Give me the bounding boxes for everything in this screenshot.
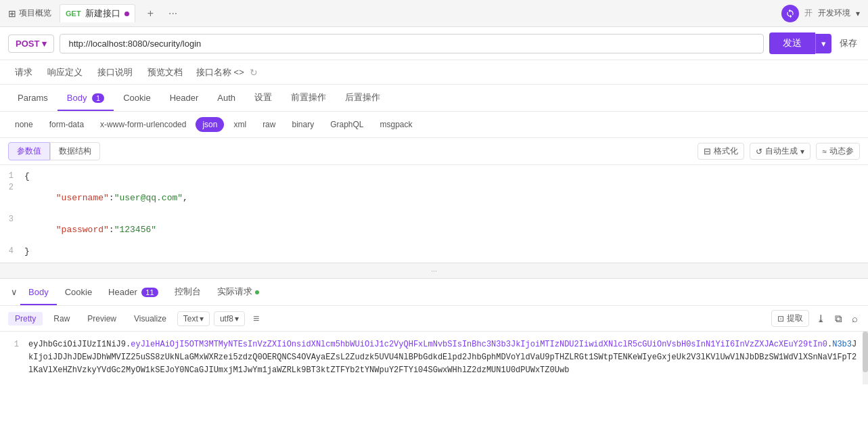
sub-tab-structure[interactable]: 数据结构 [50, 142, 100, 160]
dynamic-icon: ≈ [822, 147, 827, 156]
save-button[interactable]: 保存 [837, 33, 860, 53]
tab-request[interactable]: 请求 [8, 62, 39, 83]
auto-gen-icon: ↺ [756, 147, 762, 156]
auto-generate-button[interactable]: ↺ 自动生成 ▾ [750, 143, 810, 160]
panel-divider[interactable]: ··· [0, 263, 868, 279]
body-type-form-data[interactable]: form-data [43, 117, 91, 132]
response-tabs: ∨ Body Cookie Header 11 控制台 实际请求 [0, 279, 868, 306]
fmt-preview[interactable]: Preview [81, 312, 123, 326]
fmt-pretty[interactable]: Pretty [8, 312, 43, 326]
line-content-1: { [24, 171, 868, 181]
sub-tab-params[interactable]: 参数值 [8, 142, 50, 160]
download-button[interactable]: ⤓ [815, 311, 827, 327]
body-type-json[interactable]: json [196, 117, 224, 132]
search-icon: ⌕ [852, 313, 858, 324]
body-type-msgpack[interactable]: msgpack [373, 117, 419, 132]
line-number-4: 4 [0, 246, 24, 256]
refresh-icon[interactable]: ↻ [250, 67, 258, 78]
resp-tab-console[interactable]: 控制台 [166, 279, 209, 306]
scrollbar-thumb[interactable] [863, 332, 868, 372]
line-number-2: 2 [0, 183, 24, 192]
method-select[interactable]: POST ▾ [8, 35, 54, 53]
format-button[interactable]: ⊟ 格式化 [698, 143, 744, 160]
code-line-2: 2 "username":"user@qq.com", [0, 182, 868, 214]
json-val-password: "123456" [114, 225, 156, 235]
tab-preview[interactable]: 预览文档 [141, 62, 189, 83]
line-number-3: 3 [0, 215, 24, 224]
url-bar: POST ▾ 发送 ▾ 保存 [0, 27, 868, 60]
wrap-icon[interactable]: ≡ [249, 311, 263, 326]
sync-icon-circle [781, 5, 799, 22]
tab-name: 新建接口 [85, 7, 120, 20]
resp-tab-body[interactable]: Body [20, 280, 57, 305]
url-input[interactable] [60, 34, 764, 53]
body-badge: 1 [92, 93, 104, 103]
env-chevron-icon[interactable]: ▾ [856, 9, 860, 18]
tab-method-badge: GET [66, 9, 81, 18]
response-format-bar: Pretty Raw Preview Visualize Text ▾ utf8… [0, 306, 868, 332]
tab-cookie[interactable]: Cookie [114, 86, 160, 111]
tab-header[interactable]: Header [160, 86, 208, 111]
body-type-none[interactable]: none [8, 117, 40, 132]
project-overview[interactable]: ⊞ 项目概览 [8, 7, 51, 19]
format-icon: ⊟ [704, 146, 711, 156]
dynamic-button[interactable]: ≈ 动态参 [816, 143, 860, 160]
resp-tab-cookie[interactable]: Cookie [57, 280, 100, 305]
search-response-button[interactable]: ⌕ [850, 311, 860, 326]
fmt-raw[interactable]: Raw [47, 312, 76, 326]
tab-pre-action[interactable]: 前置操作 [281, 85, 336, 112]
code-line-3: 3 "password":"123456" [0, 214, 868, 246]
tab-unsaved-dot [124, 12, 129, 16]
new-tab-button[interactable]: + [143, 6, 158, 21]
dynamic-label: 动态参 [829, 146, 854, 157]
text-format-dropdown[interactable]: Text ▾ [177, 311, 210, 326]
send-dropdown-button[interactable]: ▾ [815, 34, 831, 53]
tab-settings[interactable]: 设置 [245, 85, 281, 112]
tab-api-docs[interactable]: 接口说明 [91, 62, 139, 83]
method-label: POST [16, 39, 39, 49]
body-type-xml[interactable]: xml [227, 117, 253, 132]
code-editor[interactable]: 1 { 2 "username":"user@qq.com", 3 "passw… [0, 165, 868, 263]
body-type-urlencoded[interactable]: x-www-form-urlencoded [93, 117, 193, 132]
env-label: 开发环境 [818, 7, 850, 19]
tab-auth[interactable]: Auth [208, 86, 245, 111]
json-val-username: "user@qq.com" [114, 193, 183, 203]
project-overview-label: 项目概览 [19, 7, 51, 19]
auto-gen-chevron-icon: ▾ [800, 147, 804, 156]
main-tabs: Params Body 1 Cookie Header Auth 设置 前置操作… [0, 85, 868, 112]
fmt-visualize[interactable]: Visualize [127, 312, 173, 326]
resp-tab-header[interactable]: Header 11 [100, 280, 166, 305]
tab-response-definition[interactable]: 响应定义 [41, 62, 89, 83]
response-section: ∨ Body Cookie Header 11 控制台 实际请求 Pretty … [0, 279, 868, 384]
tab-params[interactable]: Params [8, 86, 58, 111]
comma-1: , [183, 193, 188, 203]
line-content-4: } [24, 246, 868, 256]
send-button[interactable]: 发送 [769, 32, 815, 54]
body-type-bar: none form-data x-www-form-urlencoded jso… [0, 112, 868, 138]
secondary-tabs: 请求 响应定义 接口说明 预览文档 接口名称 <> ↻ [0, 60, 868, 85]
scrollbar-track[interactable] [863, 332, 868, 384]
body-type-raw[interactable]: raw [256, 117, 282, 132]
sub-tabs-right: ⊟ 格式化 ↺ 自动生成 ▾ ≈ 动态参 [698, 143, 860, 160]
divider-dots: ··· [431, 267, 437, 275]
body-type-binary[interactable]: binary [285, 117, 321, 132]
tab-body[interactable]: Body 1 [58, 86, 114, 111]
copy-response-button[interactable]: ⧉ [833, 311, 844, 327]
encoding-dropdown[interactable]: utf8 ▾ [214, 311, 245, 326]
tab-post-action[interactable]: 后置操作 [336, 85, 390, 112]
actual-request-dot [255, 290, 259, 294]
body-type-graphql[interactable]: GraphQL [323, 117, 370, 132]
sub-tabs-left: 参数值 数据结构 [8, 142, 100, 160]
top-bar-right: 开 开发环境 ▾ [781, 5, 860, 22]
api-name-label: 接口名称 <> [196, 66, 244, 79]
token-part3-n3b3: N3b3 [832, 340, 852, 349]
code-line-4: 4 } [0, 246, 868, 257]
resp-line-1: 1 eyJhbGciOiJIUzI1NiJ9.eyJleHAiOjI5OTM3M… [8, 338, 860, 378]
response-collapse-button[interactable]: ∨ [8, 280, 20, 304]
header-badge: 11 [141, 288, 158, 297]
resp-tab-actual-request[interactable]: 实际请求 [209, 279, 267, 306]
extract-button[interactable]: ⊡ 提取 [771, 310, 809, 327]
extract-icon: ⊡ [777, 314, 784, 323]
api-tab[interactable]: GET 新建接口 [60, 4, 135, 22]
more-options-button[interactable]: ··· [166, 6, 180, 21]
